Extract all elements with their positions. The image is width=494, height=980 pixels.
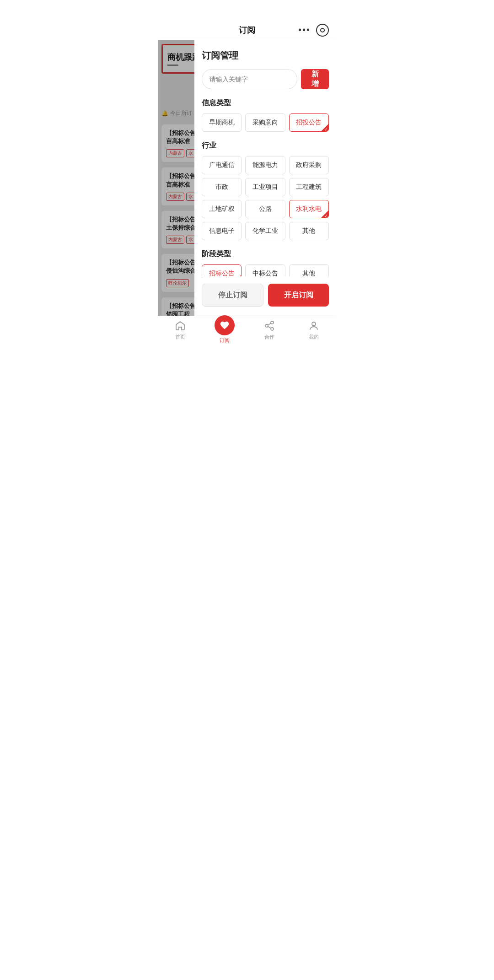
industry-option-7[interactable]: 公路 <box>245 200 285 218</box>
status-bar <box>158 0 336 20</box>
content-area: 商机跟踪 🔔 今日所订 【招标公告】亩高标准 内蒙古 水 【招标公告】亩高标准 <box>158 40 336 316</box>
heart-active-icon <box>215 315 235 335</box>
svg-point-0 <box>271 321 274 324</box>
industry-option-8[interactable]: 水利水电 <box>289 200 329 218</box>
stop-subscription-button[interactable]: 停止订阅 <box>202 284 263 307</box>
industry-option-4[interactable]: 工业项目 <box>245 178 285 196</box>
info-type-grid: 早期商机 采购意向 招投公告 <box>202 113 329 132</box>
industry-section-title: 行业 <box>202 141 329 151</box>
industry-option-10[interactable]: 化学工业 <box>245 222 285 240</box>
industry-option-9[interactable]: 信息电子 <box>202 222 242 240</box>
tag: 呼伦贝尔 <box>166 279 189 287</box>
tab-subscription[interactable]: 订阅 <box>203 320 247 344</box>
page-title: 订阅 <box>239 25 255 36</box>
start-subscription-button[interactable]: 开启订阅 <box>268 284 329 307</box>
tag: 内蒙古 <box>166 193 184 201</box>
industry-option-5[interactable]: 工程建筑 <box>289 178 329 196</box>
tag: 水 <box>186 193 195 201</box>
tag: 水 <box>186 236 195 244</box>
svg-point-5 <box>312 322 316 326</box>
svg-line-3 <box>268 327 271 328</box>
tab-home-label: 首页 <box>175 334 185 340</box>
share-icon <box>263 320 275 332</box>
tag: 内蒙古 <box>166 149 184 157</box>
scan-icon-inner <box>320 28 325 32</box>
nav-right-actions: ••• <box>298 24 329 37</box>
info-type-section-title: 信息类型 <box>202 98 329 108</box>
industry-option-0[interactable]: 广电通信 <box>202 156 242 174</box>
tab-home[interactable]: 首页 <box>158 320 203 340</box>
industry-grid: 广电通信 能源电力 政府采购 市政 工业项目 工程建筑 土地矿权 公路 水利水电… <box>202 156 329 240</box>
search-input[interactable] <box>202 69 297 89</box>
subscription-panel: 订阅管理 新增 信息类型 早期商机 采购意向 招投公告 行业 广电通信 能源电力… <box>194 40 336 316</box>
home-icon <box>174 320 186 332</box>
tag: 水 <box>186 149 195 157</box>
person-icon <box>308 320 320 332</box>
top-navigation: 订阅 ••• <box>158 20 336 40</box>
add-button[interactable]: 新增 <box>301 69 329 89</box>
svg-point-2 <box>271 328 274 330</box>
info-type-option-1[interactable]: 采购意向 <box>245 113 285 132</box>
industry-option-3[interactable]: 市政 <box>202 178 242 196</box>
tab-bar: 首页 订阅 合作 <box>158 316 336 354</box>
tag: 内蒙古 <box>166 236 184 244</box>
speaker-icon: 🔔 <box>161 110 168 117</box>
scan-button[interactable] <box>316 24 329 37</box>
tab-mine-label: 我的 <box>309 334 319 340</box>
stage-type-section-title: 阶段类型 <box>202 249 329 259</box>
industry-option-1[interactable]: 能源电力 <box>245 156 285 174</box>
tab-cooperation[interactable]: 合作 <box>247 320 292 340</box>
industry-option-6[interactable]: 土地矿权 <box>202 200 242 218</box>
svg-point-1 <box>265 324 268 327</box>
panel-title: 订阅管理 <box>202 49 329 62</box>
tab-subscription-label: 订阅 <box>220 337 230 344</box>
search-row: 新增 <box>202 69 329 89</box>
nav-item-underline <box>167 65 178 66</box>
svg-line-4 <box>268 323 271 325</box>
info-type-option-0[interactable]: 早期商机 <box>202 113 242 132</box>
bottom-actions: 停止订阅 开启订阅 <box>202 276 329 316</box>
tab-cooperation-label: 合作 <box>264 334 274 340</box>
tab-mine[interactable]: 我的 <box>292 320 337 340</box>
more-options-button[interactable]: ••• <box>298 25 311 35</box>
info-type-option-2[interactable]: 招投公告 <box>289 113 329 132</box>
industry-option-2[interactable]: 政府采购 <box>289 156 329 174</box>
industry-option-11[interactable]: 其他 <box>289 222 329 240</box>
